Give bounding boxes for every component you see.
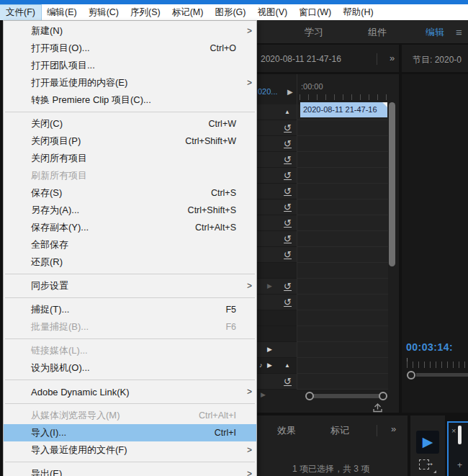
timeline-track-area[interactable] [297,104,388,390]
track-header-row[interactable]: ↺ [256,184,297,199]
menu-item[interactable]: 打开项目(O)...Ctrl+O [4,40,256,57]
scroll-up-icon[interactable]: ▲ [284,362,290,369]
workspace-tab-assembly[interactable]: 组件 [368,26,387,39]
menu-item[interactable]: 导入(I)...Ctrl+I [4,424,256,441]
track-header-row[interactable]: ↺ [256,231,297,247]
menu-item[interactable]: 另存为(A)...Ctrl+Shift+S [4,202,256,219]
track-header-row[interactable]: ↺ [256,199,297,215]
track-header-row[interactable] [256,263,297,279]
track-header-row[interactable]: ↺ [256,215,297,231]
menubar-item-5[interactable]: 标记(M) [166,5,210,20]
track-header-row[interactable]: ↺ [256,168,297,184]
scroll-up-icon[interactable]: ▲ [284,109,290,115]
sync-lock-icon[interactable]: ↺ [284,138,292,149]
menu-item[interactable]: Adobe Dynamic Link(K)> [4,383,256,400]
sync-lock-icon[interactable]: ↺ [284,202,292,212]
menu-item[interactable]: 还原(R) [4,253,256,271]
menubar-item-1[interactable]: 文件(F) [0,5,41,20]
sync-lock-icon[interactable]: ↺ [284,186,292,197]
sync-lock-icon[interactable]: ↺ [284,154,292,165]
sequence-tab[interactable]: 020... [258,87,278,96]
expand-track-icon[interactable]: ▶ [267,346,272,353]
scroll-left-icon[interactable]: ▶ [261,391,266,398]
track-header-row[interactable]: ↺ [256,152,297,168]
program-timecode[interactable]: 00:03:14: [406,341,453,353]
program-scrubber-bar[interactable] [416,373,468,377]
menu-item[interactable]: 从媒体浏览器导入(M)Ctrl+Alt+I [4,407,256,424]
menu-item[interactable]: 链接媒体(L)... [4,342,256,359]
menu-item-label: 打开团队项目... [31,59,95,72]
sync-lock-icon[interactable]: ↺ [284,122,292,133]
timeline-ruler[interactable] [300,94,389,100]
panel-overflow-icon[interactable]: » [390,53,394,63]
menu-item[interactable]: 导出(E)> [4,465,256,476]
menubar-item-9[interactable]: 帮助(H) [337,5,379,20]
menu-item[interactable]: 批量捕捉(B)...F6 [4,318,256,336]
track-header-row[interactable]: ↺ [256,136,297,152]
workspace-tab-learning[interactable]: 学习 [305,26,323,39]
menu-item[interactable]: 关闭(C)Ctrl+W [4,115,256,133]
track-header-row[interactable] [256,326,297,342]
sync-lock-icon[interactable]: ↺ [284,170,292,181]
workspace-menu-icon[interactable]: ≡ [456,26,462,38]
menu-item[interactable]: 保存(S)Ctrl+S [4,184,256,202]
sync-lock-icon[interactable]: ↺ [284,297,292,307]
menubar-item-6[interactable]: 图形(G) [209,5,251,20]
sync-lock-icon[interactable]: ↺ [284,249,292,260]
track-header-row[interactable] [256,310,297,326]
source-panel-tab[interactable]: 2020-08-11 21-47-16 [261,54,341,64]
workspace-tab-editing[interactable]: 编辑 [426,26,444,39]
menubar-item-3[interactable]: 剪辑(C) [83,5,125,20]
menu-item[interactable]: 关闭项目(P)Ctrl+Shift+W [4,133,256,150]
selection-tool-button[interactable]: ▶ [416,431,439,454]
audio-note-icon[interactable]: ♪ [259,362,263,369]
hscroll-handle-right[interactable] [379,392,387,400]
track-header-row[interactable]: ▲ [256,104,297,120]
menu-item[interactable]: 全部保存 [4,236,256,253]
tools-panel: ▶ → [410,416,445,476]
track-header-row[interactable]: ↺ [256,374,297,390]
menu-item[interactable]: 捕捉(T)...F5 [4,301,256,318]
sync-lock-icon[interactable]: ↺ [284,233,292,244]
timeline-play-icon[interactable]: ▶ [287,88,293,96]
track-header-row[interactable]: ▶♪▲ [256,358,297,374]
timeline-vertical-scrollbar[interactable] [389,102,395,266]
export-icon[interactable] [372,403,383,416]
track-header-row[interactable]: ↺ [256,247,297,263]
menubar-item-4[interactable]: 序列(S) [125,5,166,20]
menu-item[interactable]: 同步设置> [4,277,256,295]
menu-separator [5,297,255,298]
menubar-item-8[interactable]: 窗口(W) [293,5,337,20]
timeline-horizontal-scrollbar[interactable] [310,394,384,398]
menu-item[interactable]: 打开团队项目... [4,57,256,74]
tab-effects[interactable]: 效果 [277,424,296,437]
expand-track-icon[interactable]: ▶ [267,362,272,369]
menu-item-label: 同步设置 [31,279,68,292]
tab-markers[interactable]: 标记 [330,424,349,437]
track-header-row[interactable]: ▶↺ [256,279,297,295]
program-mini-ruler[interactable] [407,362,468,368]
sync-lock-icon[interactable]: ↺ [284,217,292,228]
menu-item[interactable]: 转换 Premiere Clip 项目(C)... [4,91,256,109]
panel-overflow-icon[interactable]: » [391,423,395,434]
menu-item[interactable]: 设为脱机(O)... [4,359,256,377]
sync-lock-icon[interactable]: ↺ [284,281,292,292]
track-select-forward-tool[interactable]: → [419,457,438,473]
menubar-item-7[interactable]: 视图(V) [251,5,293,20]
program-scrubber-handle[interactable] [407,371,415,380]
menu-item[interactable]: 保存副本(Y)...Ctrl+Alt+S [4,219,256,236]
sync-lock-icon[interactable]: ↺ [284,376,292,387]
collapsed-track-icon[interactable]: ▶ [267,282,272,289]
timeline-clip[interactable]: 2020-08-11 21-47-16 [300,102,387,117]
menubar-item-2[interactable]: 编辑(E) [41,5,83,20]
menu-item[interactable]: 关闭所有项目 [4,150,256,167]
close-icon[interactable]: × [451,426,456,435]
hscroll-handle-left[interactable] [305,392,314,400]
menu-item[interactable]: 刷新所有项目 [4,167,256,184]
menu-item[interactable]: 新建(N)> [4,22,256,40]
track-header-row[interactable]: ↺ [256,120,297,136]
track-header-row[interactable]: ↺ [256,295,297,310]
menu-item[interactable]: 导入最近使用的文件(F)> [4,441,256,459]
menu-item[interactable]: 打开最近使用的内容(E)> [4,74,256,91]
track-header-row[interactable]: ▶ [256,342,297,358]
